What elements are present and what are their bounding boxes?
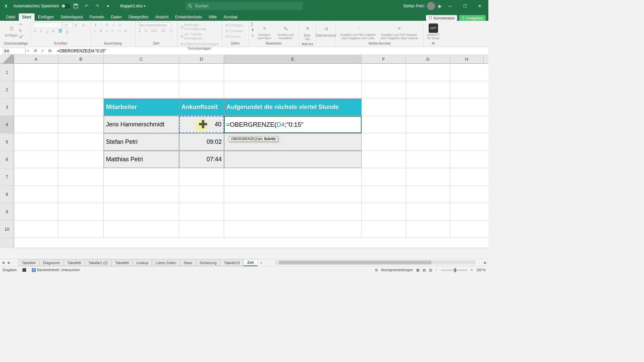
tab-daten[interactable]: Daten (108, 13, 125, 21)
cell-b4[interactable] (58, 116, 104, 133)
comments-button[interactable]: ☐ Kommentare (426, 15, 457, 21)
align-middle-icon[interactable]: ↕ (99, 22, 104, 28)
cell-e2[interactable] (224, 81, 362, 98)
cell-f6[interactable] (362, 151, 406, 168)
autosum-icon[interactable]: Σ (251, 22, 254, 27)
cell-c8[interactable] (104, 186, 179, 203)
format-painter-icon[interactable]: 🖌 (19, 34, 23, 39)
row-header-1[interactable]: 1 (0, 64, 14, 81)
cell-c4[interactable]: Jens Hammerschmidt (104, 116, 179, 133)
view-normal-icon[interactable]: ▦ (416, 268, 419, 272)
cell-b2[interactable] (58, 81, 104, 98)
clear-icon[interactable]: ◇ (251, 33, 254, 38)
sheet-nav-more-icon[interactable]: ⋯ (12, 260, 18, 265)
sheet-tab-active[interactable]: Zeit (244, 259, 258, 266)
align-bottom-icon[interactable]: ⬇ (104, 22, 110, 28)
cell-b1[interactable] (58, 64, 104, 81)
qat-dropdown-icon[interactable]: ▾ (105, 3, 111, 9)
cell-a1[interactable] (14, 64, 58, 81)
italic-icon[interactable]: K (39, 28, 44, 34)
sheet-nav-next-icon[interactable]: ▶ (6, 260, 12, 265)
table-header-aufgerundet[interactable]: Aufgerundet die nächste viertel Stunde (224, 99, 362, 116)
increase-decimal-icon[interactable]: .00 (159, 28, 167, 34)
align-left-icon[interactable]: ≡ (93, 28, 97, 34)
bold-icon[interactable]: F (33, 28, 38, 34)
font-name-input[interactable] (33, 22, 62, 28)
comma-icon[interactable]: 000 (150, 28, 158, 34)
add-sheet-icon[interactable]: + (258, 261, 265, 265)
fill-icon[interactable]: ⬇ (251, 27, 254, 32)
cell-c10[interactable] (104, 221, 179, 238)
cell-a7[interactable] (14, 168, 58, 185)
fx-icon[interactable]: fx (47, 49, 53, 53)
cell-b5[interactable] (58, 133, 104, 150)
col-header-e[interactable]: E (224, 55, 362, 63)
cell-f5[interactable] (362, 133, 406, 150)
decrease-decimal-icon[interactable]: .0 (168, 28, 173, 34)
cell-c7[interactable] (104, 168, 179, 185)
cancel-formula-icon[interactable]: ✕ (32, 49, 38, 53)
row-header-2[interactable]: 2 (0, 81, 14, 98)
cell-f7[interactable] (362, 168, 406, 185)
row-header-3[interactable]: 3 (0, 99, 14, 116)
tab-einfuegen[interactable]: Einfügen (35, 13, 57, 21)
chatgpt-button[interactable]: GPTChatGPT for Excel (425, 22, 441, 42)
zoom-level[interactable]: 100 % (476, 268, 486, 272)
cell-a6[interactable] (14, 151, 58, 168)
indent-decrease-icon[interactable]: ⇤ (110, 28, 116, 34)
cell-f10[interactable] (362, 221, 406, 238)
scroll-right-icon[interactable]: ▶ (482, 260, 488, 265)
sheet-tab[interactable]: Tabelle8 (111, 259, 132, 266)
name-box[interactable]: E4 (3, 48, 25, 54)
sheet-nav-prev-icon[interactable]: ◀ (0, 260, 6, 265)
cell-e6[interactable] (224, 151, 362, 168)
data-analysis-button[interactable]: 📊Datenanalyse (318, 22, 334, 39)
view-pagebreak-icon[interactable]: ▥ (429, 268, 432, 272)
sheet-tab[interactable]: Leere Zeilen (152, 259, 180, 266)
copy-icon[interactable]: ⎘ (19, 28, 23, 33)
tab-start[interactable]: Start (19, 13, 35, 21)
cell-a4[interactable] (14, 116, 58, 133)
cell-c1[interactable] (104, 64, 179, 81)
find-select-button[interactable]: 🔍Suchen und Auswählen (274, 22, 297, 42)
display-settings-icon[interactable]: ⊞ (375, 268, 378, 272)
row-header-10[interactable]: 10 (0, 221, 14, 238)
sheet-tab[interactable]: Sortierung (196, 259, 220, 266)
percent-icon[interactable]: % (143, 28, 149, 34)
row-header-5[interactable]: 5 (0, 133, 14, 150)
tab-datei[interactable]: Datei (3, 13, 19, 21)
cell-d8[interactable] (179, 186, 224, 203)
redo-icon[interactable]: ↷ (95, 3, 100, 9)
cell-d7[interactable] (179, 168, 224, 185)
user-name[interactable]: Stefan Petri (403, 4, 424, 8)
cell-d10[interactable] (179, 221, 224, 238)
cell-b7[interactable] (58, 168, 104, 185)
sheet-tab[interactable]: Tabelle6 (64, 259, 85, 266)
cell-g7[interactable] (406, 168, 450, 185)
tab-entwicklertools[interactable]: Entwicklertools (172, 13, 205, 21)
cell-g4[interactable] (406, 116, 450, 133)
sort-filter-button[interactable]: ⇅Sortieren und Filtern (254, 22, 274, 42)
cell-b8[interactable] (58, 186, 104, 203)
pdf-outlook-button[interactable]: 📧Erstellen von PDF-Dateien und Freigeben… (378, 22, 421, 42)
cell-g2[interactable] (406, 81, 450, 98)
row-header-4[interactable]: 4 (0, 116, 14, 133)
delete-cells-button[interactable]: ⊟ Löschen (224, 28, 247, 34)
cell-a5[interactable] (14, 133, 58, 150)
tab-acrobat[interactable]: Acrobat (220, 13, 240, 21)
close-button[interactable]: ✕ (474, 0, 486, 12)
format-as-table-button[interactable]: ⊞ Als Tabelle formatieren (179, 32, 220, 41)
cell-styles-button[interactable]: ⊞ Zellenformatvorlagen (179, 41, 220, 47)
sheet-tab[interactable]: Diagramm (39, 259, 64, 266)
row-header-6[interactable]: 6 (0, 151, 14, 168)
zoom-slider[interactable] (441, 269, 468, 271)
col-header-h[interactable]: H (450, 55, 484, 63)
select-all-corner[interactable] (0, 55, 14, 63)
row-header-9[interactable]: 9 (0, 203, 14, 220)
cell-g3[interactable] (406, 99, 450, 116)
sheet-tab[interactable]: Lookup (132, 259, 152, 266)
save-icon[interactable] (73, 3, 78, 9)
align-center-icon[interactable]: ≣ (98, 28, 104, 34)
row-header-8[interactable]: 8 (0, 186, 14, 203)
cell-b6[interactable] (58, 151, 104, 168)
